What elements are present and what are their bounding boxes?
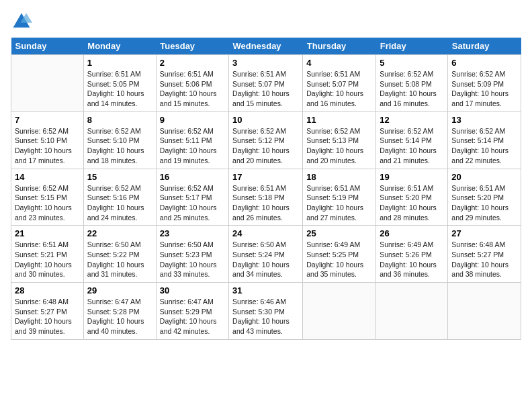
day-info: Sunrise: 6:50 AM Sunset: 5:22 PM Dayligh… <box>87 240 152 279</box>
calendar-cell: 29Sunrise: 6:47 AM Sunset: 5:28 PM Dayli… <box>83 283 156 340</box>
day-number: 28 <box>15 285 80 295</box>
day-info: Sunrise: 6:52 AM Sunset: 5:09 PM Dayligh… <box>451 69 517 109</box>
calendar-cell: 26Sunrise: 6:49 AM Sunset: 5:26 PM Dayli… <box>376 226 448 283</box>
day-info: Sunrise: 6:52 AM Sunset: 5:10 PM Dayligh… <box>87 126 152 166</box>
calendar-cell: 15Sunrise: 6:52 AM Sunset: 5:16 PM Dayli… <box>83 169 156 226</box>
calendar-cell: 4Sunrise: 6:51 AM Sunset: 5:07 PM Daylig… <box>303 55 376 112</box>
week-row-5: 28Sunrise: 6:48 AM Sunset: 5:27 PM Dayli… <box>11 283 521 340</box>
day-info: Sunrise: 6:51 AM Sunset: 5:21 PM Dayligh… <box>15 240 80 279</box>
calendar-cell <box>376 283 448 340</box>
day-number: 7 <box>15 115 80 125</box>
weekday-header-row: SundayMondayTuesdayWednesdayThursdayFrid… <box>11 38 521 55</box>
day-number: 13 <box>451 115 517 125</box>
day-info: Sunrise: 6:52 AM Sunset: 5:13 PM Dayligh… <box>306 126 372 166</box>
day-info: Sunrise: 6:52 AM Sunset: 5:14 PM Dayligh… <box>451 126 517 166</box>
day-number: 25 <box>306 228 372 238</box>
week-row-4: 21Sunrise: 6:51 AM Sunset: 5:21 PM Dayli… <box>11 226 521 283</box>
day-number: 30 <box>160 285 225 295</box>
weekday-header-wednesday: Wednesday <box>229 38 303 55</box>
calendar-cell <box>303 283 376 340</box>
calendar-cell: 11Sunrise: 6:52 AM Sunset: 5:13 PM Dayli… <box>303 111 376 169</box>
day-number: 27 <box>451 228 517 238</box>
weekday-header-tuesday: Tuesday <box>156 38 228 55</box>
day-number: 31 <box>232 285 299 295</box>
day-number: 5 <box>380 58 444 68</box>
calendar-cell <box>448 283 521 340</box>
weekday-header-monday: Monday <box>83 38 156 55</box>
calendar-cell: 23Sunrise: 6:50 AM Sunset: 5:23 PM Dayli… <box>156 226 228 283</box>
weekday-header-friday: Friday <box>376 38 448 55</box>
day-info: Sunrise: 6:51 AM Sunset: 5:18 PM Dayligh… <box>232 183 299 223</box>
day-number: 18 <box>306 172 372 182</box>
day-info: Sunrise: 6:51 AM Sunset: 5:20 PM Dayligh… <box>451 183 517 223</box>
day-number: 4 <box>306 58 372 68</box>
day-info: Sunrise: 6:48 AM Sunset: 5:27 PM Dayligh… <box>15 297 80 336</box>
calendar-cell <box>11 55 84 112</box>
day-info: Sunrise: 6:52 AM Sunset: 5:12 PM Dayligh… <box>232 126 299 166</box>
weekday-header-sunday: Sunday <box>11 38 84 55</box>
day-number: 16 <box>160 172 225 182</box>
logo <box>11 11 35 32</box>
weekday-header-thursday: Thursday <box>303 38 376 55</box>
page-header <box>11 11 521 32</box>
day-info: Sunrise: 6:51 AM Sunset: 5:20 PM Dayligh… <box>380 183 444 223</box>
calendar-cell: 20Sunrise: 6:51 AM Sunset: 5:20 PM Dayli… <box>448 169 521 226</box>
day-info: Sunrise: 6:52 AM Sunset: 5:17 PM Dayligh… <box>160 183 225 223</box>
day-number: 23 <box>160 228 225 238</box>
day-number: 15 <box>87 172 152 182</box>
calendar-cell: 1Sunrise: 6:51 AM Sunset: 5:05 PM Daylig… <box>83 55 156 112</box>
calendar-table: SundayMondayTuesdayWednesdayThursdayFrid… <box>11 38 521 340</box>
calendar-cell: 7Sunrise: 6:52 AM Sunset: 5:10 PM Daylig… <box>11 111 84 169</box>
logo-icon <box>11 11 32 32</box>
day-number: 1 <box>87 58 152 68</box>
calendar-cell: 22Sunrise: 6:50 AM Sunset: 5:22 PM Dayli… <box>83 226 156 283</box>
calendar-cell: 9Sunrise: 6:52 AM Sunset: 5:11 PM Daylig… <box>156 111 228 169</box>
day-info: Sunrise: 6:51 AM Sunset: 5:19 PM Dayligh… <box>306 183 372 223</box>
calendar-cell: 24Sunrise: 6:50 AM Sunset: 5:24 PM Dayli… <box>229 226 303 283</box>
day-info: Sunrise: 6:47 AM Sunset: 5:28 PM Dayligh… <box>87 297 152 336</box>
calendar-cell: 17Sunrise: 6:51 AM Sunset: 5:18 PM Dayli… <box>229 169 303 226</box>
calendar-cell: 18Sunrise: 6:51 AM Sunset: 5:19 PM Dayli… <box>303 169 376 226</box>
day-number: 14 <box>15 172 80 182</box>
day-info: Sunrise: 6:52 AM Sunset: 5:16 PM Dayligh… <box>87 183 152 223</box>
day-info: Sunrise: 6:51 AM Sunset: 5:05 PM Dayligh… <box>87 69 152 109</box>
day-number: 8 <box>87 115 152 125</box>
calendar-cell: 31Sunrise: 6:46 AM Sunset: 5:30 PM Dayli… <box>229 283 303 340</box>
day-number: 26 <box>380 228 444 238</box>
day-info: Sunrise: 6:47 AM Sunset: 5:29 PM Dayligh… <box>160 297 225 336</box>
day-info: Sunrise: 6:51 AM Sunset: 5:06 PM Dayligh… <box>160 69 225 109</box>
day-number: 29 <box>87 285 152 295</box>
day-number: 2 <box>160 58 225 68</box>
week-row-1: 1Sunrise: 6:51 AM Sunset: 5:05 PM Daylig… <box>11 55 521 112</box>
calendar-cell: 2Sunrise: 6:51 AM Sunset: 5:06 PM Daylig… <box>156 55 228 112</box>
calendar-cell: 30Sunrise: 6:47 AM Sunset: 5:29 PM Dayli… <box>156 283 228 340</box>
day-number: 10 <box>232 115 299 125</box>
day-info: Sunrise: 6:52 AM Sunset: 5:10 PM Dayligh… <box>15 126 80 166</box>
calendar-cell: 8Sunrise: 6:52 AM Sunset: 5:10 PM Daylig… <box>83 111 156 169</box>
weekday-header-saturday: Saturday <box>448 38 521 55</box>
week-row-2: 7Sunrise: 6:52 AM Sunset: 5:10 PM Daylig… <box>11 111 521 169</box>
day-info: Sunrise: 6:52 AM Sunset: 5:15 PM Dayligh… <box>15 183 80 223</box>
calendar-cell: 3Sunrise: 6:51 AM Sunset: 5:07 PM Daylig… <box>229 55 303 112</box>
day-number: 12 <box>380 115 444 125</box>
calendar-cell: 10Sunrise: 6:52 AM Sunset: 5:12 PM Dayli… <box>229 111 303 169</box>
day-number: 17 <box>232 172 299 182</box>
calendar-cell: 25Sunrise: 6:49 AM Sunset: 5:25 PM Dayli… <box>303 226 376 283</box>
calendar-cell: 13Sunrise: 6:52 AM Sunset: 5:14 PM Dayli… <box>448 111 521 169</box>
day-number: 22 <box>87 228 152 238</box>
day-info: Sunrise: 6:50 AM Sunset: 5:24 PM Dayligh… <box>232 240 299 279</box>
day-number: 6 <box>451 58 517 68</box>
week-row-3: 14Sunrise: 6:52 AM Sunset: 5:15 PM Dayli… <box>11 169 521 226</box>
day-info: Sunrise: 6:49 AM Sunset: 5:26 PM Dayligh… <box>380 240 444 279</box>
day-number: 19 <box>380 172 444 182</box>
day-info: Sunrise: 6:52 AM Sunset: 5:08 PM Dayligh… <box>380 69 444 109</box>
day-info: Sunrise: 6:51 AM Sunset: 5:07 PM Dayligh… <box>306 69 372 109</box>
day-number: 3 <box>232 58 299 68</box>
calendar-cell: 21Sunrise: 6:51 AM Sunset: 5:21 PM Dayli… <box>11 226 84 283</box>
calendar-cell: 27Sunrise: 6:48 AM Sunset: 5:27 PM Dayli… <box>448 226 521 283</box>
day-info: Sunrise: 6:52 AM Sunset: 5:11 PM Dayligh… <box>160 126 225 166</box>
day-info: Sunrise: 6:50 AM Sunset: 5:23 PM Dayligh… <box>160 240 225 279</box>
calendar-cell: 14Sunrise: 6:52 AM Sunset: 5:15 PM Dayli… <box>11 169 84 226</box>
calendar-cell: 12Sunrise: 6:52 AM Sunset: 5:14 PM Dayli… <box>376 111 448 169</box>
day-number: 21 <box>15 228 80 238</box>
